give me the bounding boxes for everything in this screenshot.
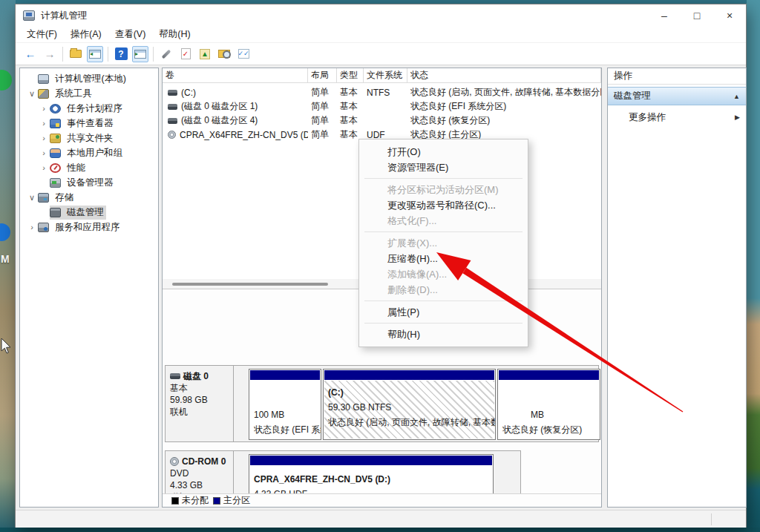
menu-item-mark-active: 将分区标记为活动分区(M): [359, 182, 528, 197]
cdrom-0-group: CD-ROM 0 DVD 4.33 GB 联机 CPRA_X64FRE_ZH-C…: [165, 450, 521, 493]
desktop-shortcut-icon-green[interactable]: [0, 70, 12, 91]
back-icon[interactable]: ←: [22, 46, 39, 62]
tree-item-computer-management-local[interactable]: 计算机管理(本地): [20, 71, 158, 86]
volume-table-header: 卷 布局 类型 文件系统 状态: [163, 68, 601, 83]
toolbar: ← → ◂ ? ▸ ✓ ▲ ✓✓: [16, 43, 746, 65]
scrollbar-thumb[interactable]: [172, 283, 328, 286]
primary-partition-swatch: [213, 497, 220, 505]
menu-help[interactable]: 帮助(H): [152, 27, 197, 42]
cd-drive-icon: [170, 457, 179, 466]
minimize-button[interactable]: –: [648, 4, 681, 27]
menu-file[interactable]: 文件(F): [20, 27, 64, 42]
disk-icon: [170, 373, 180, 379]
menu-action[interactable]: 操作(A): [64, 27, 108, 42]
column-type[interactable]: 类型: [337, 68, 364, 82]
mouse-cursor-icon: [1, 338, 13, 355]
menu-item-help[interactable]: 帮助(H): [359, 326, 528, 342]
actions-title: 操作: [608, 68, 746, 85]
desktop-wallpaper-right: [747, 0, 760, 532]
task-scheduler-icon: [50, 104, 61, 114]
show-console-tree-icon[interactable]: ◂: [87, 46, 103, 62]
menu-separator: [364, 301, 522, 301]
users-icon: [50, 148, 61, 158]
volume-row-partition4[interactable]: (磁盘 0 磁盘分区 4) 简单 基本 状态良好 (恢复分区): [163, 114, 601, 128]
volume-row-c[interactable]: (C:) 简单 基本 NTFS 状态良好 (启动, 页面文件, 故障转储, 基本…: [163, 85, 601, 99]
disk-0-group: 磁盘 0 基本 59.98 GB 联机 100 MB 状态良好 (EFI 系统分…: [165, 365, 599, 442]
expander[interactable]: ›: [38, 148, 50, 157]
export-list-icon[interactable]: [68, 46, 84, 62]
expander[interactable]: ›: [38, 119, 50, 128]
console-tree-panel: 计算机管理(本地) ∨ 系统工具 › 任务计划程序 › 事件查看器 › 共享文件…: [19, 68, 159, 508]
partition-c[interactable]: (C:) 59.30 GB NTFS 状态良好 (启动, 页面文件, 故障转储,…: [323, 369, 496, 440]
collapse-icon[interactable]: ▲: [733, 93, 740, 100]
actions-group-disk-management[interactable]: 磁盘管理 ▲: [608, 87, 746, 105]
expander[interactable]: ›: [26, 223, 38, 231]
tree-item-performance[interactable]: › 性能: [20, 160, 158, 175]
desktop-wallpaper-bottom: [0, 528, 760, 532]
status-bar-divider: [711, 513, 712, 525]
close-button[interactable]: ×: [713, 4, 746, 27]
legend: 未分配 主分区: [163, 493, 601, 507]
window-controls: – □ ×: [648, 4, 746, 27]
up-arrow-icon[interactable]: ▲: [197, 46, 213, 62]
expander[interactable]: ›: [38, 134, 50, 142]
desktop-shortcut-label: M: [1, 253, 10, 265]
desktop-shortcut-icon-blue[interactable]: [0, 223, 10, 241]
partition-color-bar: [324, 370, 494, 380]
desktop-wallpaper-left: M: [0, 0, 16, 532]
tree-item-disk-management[interactable]: 磁盘管理: [20, 205, 158, 220]
forward-icon[interactable]: →: [42, 46, 58, 62]
tree-item-event-viewer[interactable]: › 事件查看器: [20, 116, 158, 131]
toolbar-separator: [108, 47, 108, 62]
partition-efi[interactable]: 100 MB 状态良好 (EFI 系统分区): [249, 369, 321, 440]
check-document-icon[interactable]: ✓: [177, 46, 194, 62]
column-volume[interactable]: 卷: [163, 68, 308, 82]
event-viewer-icon: [50, 119, 61, 128]
menu-item-format: 格式化(F)...: [359, 213, 528, 229]
computer-icon: [38, 74, 49, 84]
cdrom-0-label[interactable]: CD-ROM 0 DVD 4.33 GB 联机: [166, 451, 234, 493]
menu-item-explorer[interactable]: 资源管理器(E): [359, 160, 528, 175]
tree-item-services-applications[interactable]: › 服务和应用程序: [20, 220, 158, 234]
folder-search-icon[interactable]: [216, 46, 232, 62]
device-manager-icon: [50, 178, 61, 188]
volume-icon: [168, 118, 177, 124]
tree-item-task-scheduler[interactable]: › 任务计划程序: [20, 101, 158, 116]
expander[interactable]: ›: [38, 104, 50, 113]
column-filesystem[interactable]: 文件系统: [364, 68, 407, 82]
tree-item-shared-folders[interactable]: › 共享文件夹: [20, 131, 158, 145]
maximize-button[interactable]: □: [681, 4, 713, 27]
legend-primary-label: 主分区: [223, 494, 250, 507]
expander[interactable]: ∨: [26, 193, 38, 203]
tree-item-device-manager[interactable]: 设备管理器: [20, 175, 158, 190]
menu-item-change-drive-letter[interactable]: 更改驱动器号和路径(C)...: [359, 197, 528, 213]
desktop: M 计算机管理 – □ × 文件(F) 操作(A) 查看(V) 帮助(H) ← …: [0, 0, 760, 532]
volume-row-partition1[interactable]: (磁盘 0 磁盘分区 1) 简单 基本 状态良好 (EFI 系统分区): [163, 99, 601, 114]
tree-item-system-tools[interactable]: ∨ 系统工具: [20, 86, 158, 101]
menu-view[interactable]: 查看(V): [108, 27, 153, 42]
help-icon[interactable]: ?: [113, 46, 129, 62]
show-action-pane-icon[interactable]: ▸: [132, 46, 148, 62]
expander[interactable]: ›: [38, 163, 50, 172]
screwdriver-icon[interactable]: [158, 46, 174, 62]
performance-icon: [50, 163, 61, 173]
disk-0-label[interactable]: 磁盘 0 基本 59.98 GB 联机: [166, 366, 234, 441]
column-status[interactable]: 状态: [407, 68, 601, 82]
actions-panel: 操作 磁盘管理 ▲ 更多操作 ▶: [607, 68, 747, 508]
more-actions-item[interactable]: 更多操作 ▶: [608, 108, 746, 126]
tree-item-storage[interactable]: ∨ 存储: [20, 190, 158, 205]
tree-item-local-users-groups[interactable]: › 本地用户和组: [20, 145, 158, 160]
menu-item-open[interactable]: 打开(O): [359, 144, 528, 160]
partition-recovery[interactable]: MB 状态良好 (恢复分区): [497, 369, 600, 440]
column-layout[interactable]: 布局: [308, 68, 337, 82]
services-icon: [38, 223, 49, 232]
toolbar-separator: [153, 47, 154, 62]
menu-item-delete-volume: 删除卷(D)...: [359, 282, 528, 298]
expander[interactable]: ∨: [26, 89, 38, 99]
cd-icon: [168, 131, 176, 139]
menu-item-shrink-volume[interactable]: 压缩卷(H)...: [359, 251, 528, 266]
menu-item-properties[interactable]: 属性(P): [359, 304, 528, 320]
partition-dvd[interactable]: CPRA_X64FRE_ZH-CN_DV5 (D:) 4.33 GB UDF 状…: [249, 454, 494, 493]
menu-item-add-mirror: 添加镜像(A)...: [359, 266, 528, 282]
checklist-icon[interactable]: ✓✓: [235, 46, 252, 62]
